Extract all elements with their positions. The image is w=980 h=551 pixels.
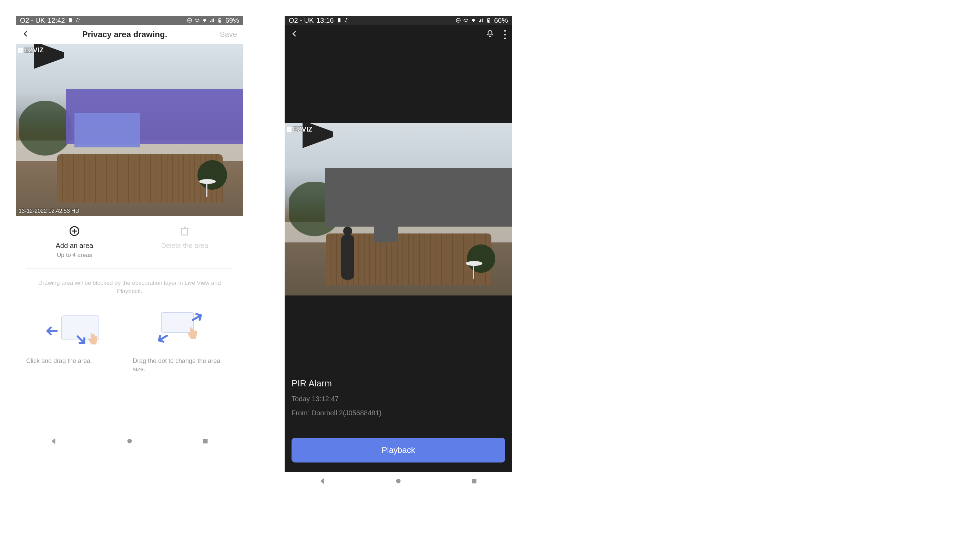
svg-rect-6 — [220, 18, 221, 18]
watermark-text: EZVIZ — [24, 46, 44, 54]
watermark: EZVIZ — [287, 125, 313, 133]
status-right-icons — [187, 17, 223, 23]
more-button[interactable] — [504, 29, 506, 40]
svg-point-22 — [396, 479, 401, 483]
privacy-mask-2[interactable] — [75, 113, 140, 148]
privacy-mask-2 — [374, 227, 398, 242]
nav-home-button[interactable] — [394, 476, 403, 487]
dnd-icon — [187, 17, 192, 23]
status-left-icons — [68, 17, 81, 23]
area-actions: Add an area Up to 4 areas Delete the are… — [16, 216, 243, 263]
svg-rect-20 — [488, 20, 489, 22]
gesture-hints: Click and drag the area. Drag the dot to… — [16, 300, 243, 377]
wifi-icon — [202, 17, 207, 23]
status-left-icons — [336, 17, 349, 23]
plus-circle-icon — [68, 225, 80, 237]
svg-point-13 — [127, 439, 132, 443]
clock-label: 13:16 — [316, 16, 334, 24]
carrier-label: O2 - UK — [289, 16, 313, 24]
scene-person — [338, 227, 356, 285]
svg-rect-21 — [488, 18, 489, 18]
page-title: Privacy area drawing. — [82, 30, 167, 39]
android-navbar — [285, 472, 512, 491]
phone-privacy-area: O2 - UK 12:42 69% Privacy area drawing. … — [16, 16, 243, 451]
sim-icon — [68, 17, 73, 23]
nav-back-button[interactable] — [318, 476, 327, 487]
arrow-left-icon — [43, 323, 59, 339]
camera-timestamp: 13-12-2022 12:42:53 HD — [19, 208, 79, 214]
hand-pointer-icon — [84, 331, 100, 347]
alarm-info: PIR Alarm Today 13:12:47 From: Doorbell … — [285, 295, 512, 424]
battery-icon — [486, 17, 492, 23]
hint-drag-area-text: Click and drag the area. — [26, 357, 126, 365]
nav-recent-button[interactable] — [470, 476, 479, 487]
svg-rect-23 — [472, 479, 477, 483]
phone-alarm-detail: O2 - UK 13:16 66% — [285, 16, 512, 491]
status-bar: O2 - UK 12:42 69% — [16, 16, 243, 25]
alarm-source: From: Doorbell 2(J05688481) — [291, 409, 505, 417]
nav-recent-button[interactable] — [201, 437, 210, 447]
svg-point-18 — [464, 19, 468, 22]
hint-resize-area: Drag the dot to change the area size. — [133, 311, 233, 374]
battery-label: 66% — [494, 16, 508, 24]
scene-dish — [463, 262, 489, 279]
watermark-logo-icon — [287, 127, 291, 132]
svg-rect-15 — [338, 18, 340, 22]
playback-button[interactable]: Playback — [291, 438, 505, 462]
battery-icon — [217, 17, 223, 23]
back-button[interactable] — [22, 30, 30, 39]
watermark: EZVIZ — [18, 46, 44, 54]
add-area-title: Add an area — [21, 242, 127, 250]
alarm-title: PIR Alarm — [291, 378, 505, 389]
nav-back-button[interactable] — [49, 437, 58, 447]
android-navbar — [16, 432, 243, 451]
add-area-sub: Up to 4 areas — [21, 252, 127, 259]
camera-snapshot[interactable]: EZVIZ — [285, 123, 512, 295]
obscuration-note: Drawing area will be blocked by the obsc… — [16, 274, 243, 300]
watermark-logo-icon — [18, 48, 23, 53]
clock-label: 12:42 — [48, 16, 65, 24]
status-bar: O2 - UK 13:16 66% — [285, 16, 512, 25]
svg-rect-10 — [182, 229, 188, 235]
privacy-mask-1 — [325, 168, 512, 227]
save-button[interactable]: Save — [220, 30, 237, 39]
sync-icon — [344, 17, 349, 23]
divider — [26, 268, 233, 268]
signal-icon — [210, 17, 215, 23]
svg-rect-0 — [69, 18, 72, 22]
appbar — [285, 25, 512, 44]
more-vert-icon — [504, 30, 506, 32]
dnd-icon — [455, 17, 461, 23]
vpn-icon — [194, 17, 200, 23]
status-right-icons — [455, 17, 492, 23]
hint-drag-area: Click and drag the area. — [26, 311, 126, 374]
dark-spacer-top — [285, 44, 512, 123]
add-area-button[interactable]: Add an area Up to 4 areas — [21, 225, 127, 259]
delete-area-title: Delete the area — [132, 242, 237, 250]
watermark-text: EZVIZ — [293, 125, 313, 133]
appbar: Privacy area drawing. Save — [16, 25, 243, 44]
chevron-left-icon — [291, 30, 298, 38]
svg-rect-14 — [203, 439, 208, 443]
battery-label: 69% — [225, 16, 239, 24]
hand-pointer-icon — [184, 326, 199, 341]
bell-button[interactable] — [485, 29, 495, 40]
delete-area-button[interactable]: Delete the area — [132, 225, 237, 259]
hint-resize-area-text: Drag the dot to change the area size. — [133, 357, 233, 374]
signal-icon — [478, 17, 484, 23]
carrier-label: O2 - UK — [20, 16, 45, 24]
svg-point-3 — [195, 19, 199, 22]
trash-icon — [179, 225, 191, 237]
camera-preview[interactable]: EZVIZ 13-12-2022 12:42:53 HD — [16, 44, 243, 216]
alarm-time: Today 13:12:47 — [291, 395, 505, 403]
scene-dish — [196, 181, 223, 198]
sim-icon — [336, 17, 342, 23]
bell-icon — [485, 29, 495, 38]
sync-icon — [75, 17, 81, 23]
chevron-left-icon — [22, 30, 30, 38]
nav-home-button[interactable] — [125, 437, 134, 447]
svg-rect-5 — [219, 20, 221, 22]
wifi-icon — [471, 17, 476, 23]
vpn-icon — [463, 17, 469, 23]
back-button[interactable] — [291, 30, 298, 39]
